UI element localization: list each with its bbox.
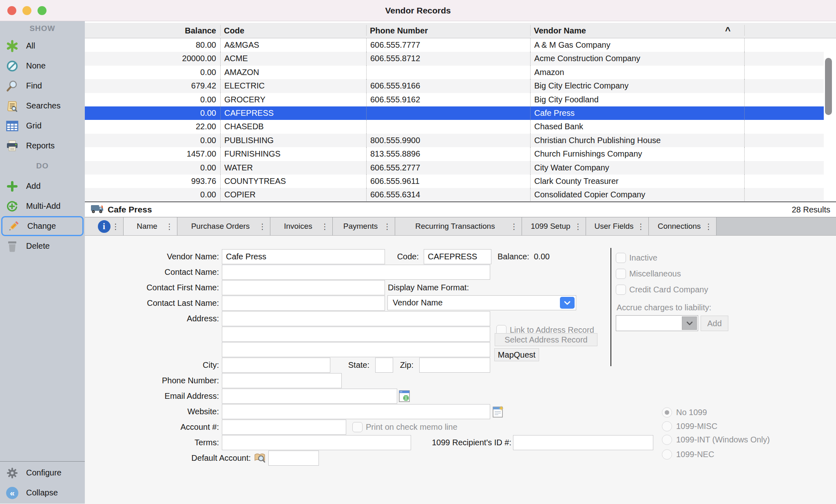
vertical-scrollbar[interactable] (825, 58, 832, 115)
tab-menu-icon[interactable]: ⋮ (321, 222, 329, 231)
display-name-format-select[interactable]: Vendor Name (387, 295, 576, 310)
accrue-liability-label: Accrue charges to liability: (617, 300, 711, 315)
search-icon (6, 80, 19, 93)
select-address-record-button[interactable]: Select Address Record (495, 333, 597, 346)
saved-searches-icon (6, 99, 19, 113)
tab-menu-icon[interactable]: ⋮ (705, 222, 712, 231)
table-row[interactable]: 0.00WATER606.555.2777City Water Company (85, 161, 824, 175)
table-row[interactable]: 0.00PUBLISHING800.555.9900Christian Chur… (85, 134, 824, 147)
tab-invoices[interactable]: Invoices ⋮ (270, 217, 333, 235)
minimize-window-icon[interactable] (22, 6, 31, 15)
tab-menu-icon[interactable]: ⋮ (637, 222, 645, 231)
sidebar-item-delete[interactable]: Delete (0, 236, 85, 256)
table-row[interactable]: 22.00CHASEDBChased Bank (85, 120, 824, 133)
account-number-input[interactable] (222, 420, 346, 435)
sidebar-item-collapse[interactable]: « Collapse (0, 483, 85, 503)
table-row[interactable]: 20000.00ACME606.555.8712Acme Constructio… (85, 52, 824, 65)
chevron-down-icon[interactable] (682, 316, 697, 330)
zip-input[interactable] (419, 358, 490, 373)
display-name-format-label: Display Name Format: (388, 280, 469, 295)
1099-misc-label: 1099-MISC (676, 419, 717, 434)
email-address-label: Email Address: (126, 389, 219, 404)
tab-menu-icon[interactable]: ⋮ (112, 222, 119, 231)
tab-payments[interactable]: Payments ⋮ (333, 217, 395, 235)
website-input[interactable] (222, 404, 490, 419)
tab-1099-setup[interactable]: 1099 Setup ⋮ (522, 217, 586, 235)
sidebar-item-label: Add (26, 181, 41, 191)
email-address-input[interactable] (222, 389, 397, 404)
table-row[interactable]: 993.76COUNTYTREAS606.555.9611Clark Count… (85, 175, 824, 188)
sidebar-item-reports[interactable]: Reports (0, 136, 85, 156)
table-row[interactable]: 679.42ELECTRIC606.555.9166Big City Elect… (85, 79, 824, 93)
table-row[interactable]: 0.00AMAZONAmazon (85, 66, 824, 79)
chevron-down-icon[interactable] (560, 297, 575, 309)
terms-input[interactable] (222, 435, 411, 450)
no-1099-radio[interactable] (662, 407, 672, 418)
table-row[interactable]: 1457.00FURNISHINGS813.555.8896Church Fur… (85, 147, 824, 161)
address-line2-input[interactable] (222, 327, 490, 342)
sidebar-item-change[interactable]: Change (1, 216, 84, 236)
zoom-window-icon[interactable] (38, 6, 46, 15)
account-lookup-icon[interactable] (254, 452, 266, 465)
sidebar-item-add[interactable]: Add (0, 176, 85, 196)
sidebar-item-label: All (26, 41, 35, 51)
tab-menu-icon[interactable]: ⋮ (259, 222, 266, 231)
default-account-input[interactable] (268, 451, 319, 466)
gear-icon (6, 466, 19, 480)
address-line3-input[interactable] (222, 342, 490, 357)
address-line1-input[interactable] (222, 311, 490, 326)
accrue-add-button[interactable]: Add (701, 316, 728, 331)
miscellaneous-checkbox[interactable] (616, 269, 626, 279)
tab-user-fields[interactable]: User Fields ⋮ (586, 217, 649, 235)
sidebar-section-do: DO (0, 156, 85, 176)
table-row[interactable]: 80.00A&MGAS606.555.7777A & M Gas Company (85, 38, 824, 52)
print-memo-checkbox[interactable] (352, 422, 363, 432)
tab-menu-icon[interactable]: ⋮ (510, 222, 518, 231)
column-header-vendor-name[interactable]: Vendor Name (534, 23, 586, 38)
column-header-phone[interactable]: Phone Number (370, 23, 428, 38)
sidebar-item-all[interactable]: All (0, 36, 85, 56)
1099-misc-radio[interactable] (662, 421, 672, 431)
table-row[interactable]: 0.00GROCERY606.555.9162Big City Foodland (85, 93, 824, 106)
table-row[interactable]: 0.00COPIER606.555.6314Consolidated Copie… (85, 188, 824, 201)
1099-int-radio[interactable] (662, 435, 672, 445)
inactive-checkbox[interactable] (616, 253, 626, 263)
tab-name[interactable]: Name ⋮ (124, 217, 177, 235)
mapquest-button[interactable]: MapQuest (494, 348, 539, 361)
column-header-code[interactable]: Code (224, 23, 244, 38)
code-input[interactable] (424, 249, 491, 264)
email-app-icon[interactable] (399, 390, 410, 404)
tab-menu-icon[interactable]: ⋮ (166, 222, 173, 231)
contact-last-name-input[interactable] (222, 296, 385, 311)
tab-menu-icon[interactable]: ⋮ (383, 222, 391, 231)
state-input[interactable] (375, 358, 393, 373)
city-input[interactable] (222, 358, 330, 373)
contact-first-name-input[interactable] (222, 280, 385, 295)
contact-name-input[interactable] (222, 265, 490, 280)
tab-purchase-orders[interactable]: Purchase Orders ⋮ (177, 217, 270, 235)
tab-menu-icon[interactable]: ⋮ (574, 222, 582, 231)
column-header-balance[interactable]: Balance (85, 23, 220, 38)
sidebar-item-searches[interactable]: Searches (0, 96, 85, 116)
sidebar-item-configure[interactable]: Configure (0, 463, 85, 483)
vendor-name-input[interactable] (222, 249, 385, 264)
sidebar-item-find[interactable]: Find (0, 76, 85, 96)
sort-ascending-icon[interactable]: ^ (725, 23, 730, 38)
record-status-bar: Cafe Press 28 Results (85, 201, 836, 217)
sidebar-item-label: None (26, 61, 46, 71)
credit-card-company-checkbox[interactable] (616, 285, 626, 295)
1099-nec-radio[interactable] (662, 449, 672, 460)
balance-value: 0.00 (534, 252, 550, 261)
sidebar-item-multi-add[interactable]: Multi-Add (0, 196, 85, 216)
tab-info[interactable]: i ⋮ (85, 217, 124, 235)
table-row-selected[interactable]: 0.00CAFEPRESSCafe Press (85, 106, 824, 120)
sidebar-item-grid[interactable]: Grid (0, 116, 85, 136)
accrue-liability-select[interactable] (616, 315, 698, 331)
tab-connections[interactable]: Connections ⋮ (649, 217, 717, 235)
website-app-icon[interactable] (493, 406, 504, 419)
tab-recurring-transactions[interactable]: Recurring Transactions ⋮ (395, 217, 522, 235)
close-window-icon[interactable] (7, 6, 16, 15)
sidebar-item-none[interactable]: None (0, 56, 85, 76)
phone-number-input[interactable] (222, 373, 342, 388)
recipient-id-input[interactable] (513, 435, 653, 450)
